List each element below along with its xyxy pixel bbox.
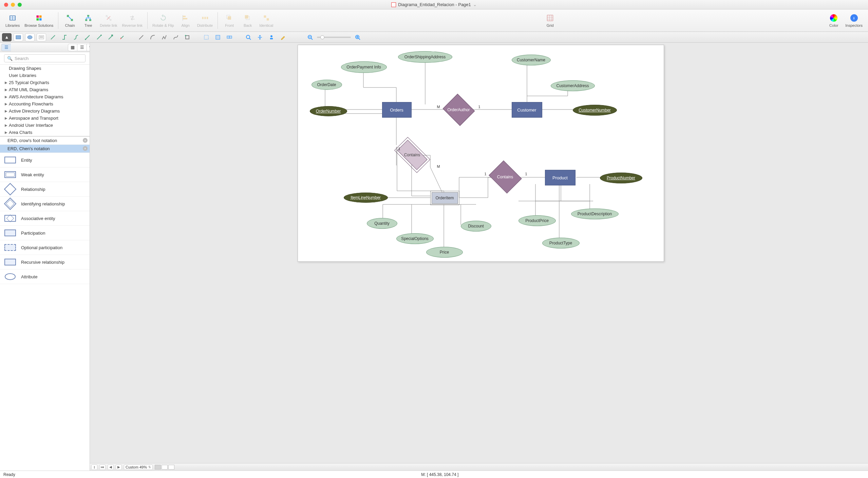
open-lib-crow[interactable]: ERD, crow's foot notation × <box>0 137 90 145</box>
close-icon[interactable]: × <box>83 146 88 151</box>
minimize-window-button[interactable] <box>11 3 15 7</box>
attr-customer-name[interactable]: CustomerName <box>512 55 551 65</box>
zoom-in-button[interactable] <box>353 33 362 41</box>
pan-tool[interactable] <box>255 33 265 41</box>
connector-tool-5[interactable] <box>94 33 104 41</box>
connector-tool-4[interactable] <box>83 33 92 41</box>
connector-tool-1[interactable] <box>48 33 58 41</box>
tree-item[interactable]: ▶Area Charts <box>0 129 90 136</box>
shape-participation[interactable]: Participation <box>0 226 90 240</box>
library-search-button[interactable]: 🔍 <box>87 44 90 51</box>
zoom-out-button[interactable] <box>305 33 315 41</box>
line-tool-4[interactable] <box>171 33 181 41</box>
attr-product-description[interactable]: ProductDescription <box>571 208 619 219</box>
line-tool-2[interactable] <box>148 33 157 41</box>
stamp-tool[interactable] <box>267 33 276 41</box>
entity-orders[interactable]: Orders <box>382 102 412 118</box>
tree-item[interactable]: ▶25 Typical Orgcharts <box>0 79 90 86</box>
identical-button[interactable]: Identical <box>259 14 273 27</box>
inspectors-button[interactable]: i Inspectors <box>845 14 863 27</box>
connector-tool-7[interactable] <box>117 33 127 41</box>
attr-quantity[interactable]: Quantity <box>367 218 397 229</box>
page-tab-1[interactable] <box>155 465 161 470</box>
attr-order-number[interactable]: OrderNumber <box>310 106 347 116</box>
pointer-tool[interactable]: ▲ <box>2 33 12 41</box>
page-next-button[interactable]: ▶ <box>116 464 122 470</box>
color-button[interactable]: Color <box>827 14 841 27</box>
line-tool-1[interactable] <box>136 33 146 41</box>
chain-button[interactable]: Chain <box>63 14 77 27</box>
ellipse-tool[interactable] <box>25 33 35 41</box>
tree-item[interactable]: ▶ATM UML Diagrams <box>0 86 90 93</box>
shape-identifying-relationship[interactable]: Identifying relationship <box>0 197 90 211</box>
zoom-slider-thumb[interactable] <box>320 35 324 39</box>
shape-optional-participation[interactable]: Optional participation <box>0 240 90 255</box>
close-icon[interactable]: × <box>83 138 88 143</box>
page-prev-button[interactable]: ◀ <box>108 464 114 470</box>
zoom-window-button[interactable] <box>18 3 22 7</box>
attr-customer-address[interactable]: CustomerAddress <box>551 80 595 91</box>
distribute-button[interactable]: Distribute <box>197 14 213 27</box>
page-first-button[interactable]: ⏮ <box>99 464 106 470</box>
shape-recursive-relationship[interactable]: Recursive relationship <box>0 255 90 270</box>
document-title[interactable]: Diagrama_Entidad_Relacion - Page1 ⌄ <box>391 2 477 7</box>
drawing-page[interactable]: OrderNumber OrderDate OrderPayment Info … <box>298 45 664 262</box>
tree-item[interactable]: ▶Drawing Shapes <box>0 65 90 72</box>
line-tool-3[interactable] <box>159 33 169 41</box>
page-tab-3[interactable] <box>168 465 174 470</box>
library-search-input[interactable]: 🔍 Search <box>4 54 86 62</box>
shape-entity[interactable]: Entity <box>0 153 90 167</box>
select-tool-1[interactable] <box>202 33 211 41</box>
rect-tool[interactable] <box>14 33 23 41</box>
shape-relationship[interactable]: Relationship <box>0 182 90 197</box>
canvas-scroll[interactable]: OrderNumber OrderDate OrderPayment Info … <box>90 43 868 463</box>
browse-solutions-button[interactable]: Browse Solutions <box>24 14 53 27</box>
delete-link-button[interactable]: Delete link <box>100 14 117 27</box>
select-tool-3[interactable] <box>225 33 234 41</box>
library-view-list[interactable]: ☰ <box>77 44 87 51</box>
attr-product-price[interactable]: ProductPrice <box>518 215 556 226</box>
align-button[interactable]: Align <box>179 14 192 27</box>
back-button[interactable]: Back <box>241 14 254 27</box>
attr-product-type[interactable]: ProductType <box>542 238 580 248</box>
rel-order-author[interactable]: OrderAuthor <box>447 99 471 120</box>
entity-product[interactable]: Product <box>545 170 575 185</box>
entity-customer[interactable]: Customer <box>512 102 542 118</box>
tree-button[interactable]: Tree <box>81 14 95 27</box>
pencil-tool[interactable] <box>278 33 288 41</box>
front-button[interactable]: Front <box>223 14 236 27</box>
tree-item[interactable]: ▶Aerospace and Transport <box>0 115 90 122</box>
zoom-select[interactable]: Custom 49% ⇅ <box>124 464 153 470</box>
attr-product-number[interactable]: ProductNumber <box>600 173 642 183</box>
page-split-button[interactable]: ⫿ <box>91 464 97 470</box>
zoom-tool[interactable] <box>244 33 253 41</box>
attr-special-options[interactable]: SpecialOptions <box>396 233 434 244</box>
page-tab-2[interactable] <box>162 465 168 470</box>
attr-order-date[interactable]: OrderDate <box>312 80 342 90</box>
shape-associative-entity[interactable]: Associative entity <box>0 211 90 226</box>
attr-customer-number[interactable]: CustomerNumber <box>573 105 617 116</box>
attr-discount[interactable]: Discount <box>461 221 491 232</box>
close-window-button[interactable] <box>4 3 8 7</box>
libraries-button[interactable]: Libraries <box>5 14 20 27</box>
zoom-slider[interactable] <box>317 37 351 38</box>
rel-contains-item-product[interactable]: Contains <box>492 166 518 187</box>
tree-item[interactable]: ▶Active Directory Diagrams <box>0 107 90 115</box>
text-tool[interactable] <box>37 33 46 41</box>
rel-contains-orders-items[interactable]: Contains <box>396 145 428 164</box>
library-mode-tree[interactable]: ☰ <box>1 44 11 51</box>
library-tree[interactable]: ▶Drawing Shapes▶User Libraries▶25 Typica… <box>0 65 90 136</box>
tree-item[interactable]: ▶User Libraries <box>0 72 90 79</box>
open-lib-chen[interactable]: ERD, Chen's notation × <box>0 145 90 153</box>
tree-item[interactable]: ▶Android User Interface <box>0 122 90 129</box>
tree-item[interactable]: ▶Accounting Flowcharts <box>0 100 90 107</box>
grid-button[interactable]: Grid <box>543 14 557 27</box>
tree-item[interactable]: ▶AWS Architecture Diagrams <box>0 93 90 100</box>
select-tool-2[interactable] <box>213 33 223 41</box>
attr-order-payment[interactable]: OrderPayment Info <box>341 61 387 73</box>
connector-tool-6[interactable] <box>106 33 115 41</box>
connector-tool-2[interactable] <box>60 33 69 41</box>
connector-tool-3[interactable] <box>71 33 81 41</box>
reverse-link-button[interactable]: Reverse link <box>122 14 143 27</box>
attr-item-line-number[interactable]: ItemLineNumber <box>344 193 388 203</box>
